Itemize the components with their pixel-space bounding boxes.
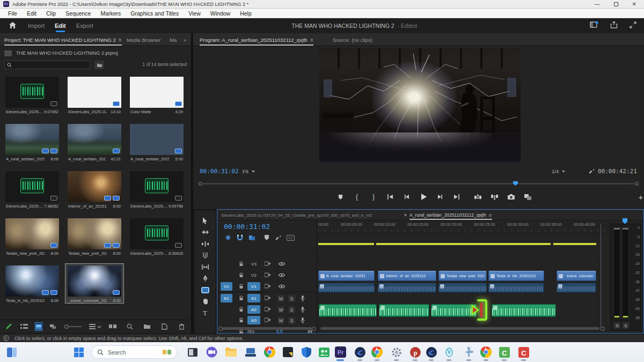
lock-icon[interactable] xyxy=(239,295,244,301)
project-item[interactable]: Teslas_new_york_202...8:00 xyxy=(3,217,61,256)
selection-tool[interactable] xyxy=(199,216,211,226)
toggle-track-output-eye-icon[interactable] xyxy=(279,284,285,289)
list-view-button[interactable] xyxy=(20,323,28,330)
track-target-a2[interactable]: A2 xyxy=(247,305,260,314)
icon-view-button[interactable] xyxy=(35,323,42,330)
menu-clip[interactable]: Clip xyxy=(41,10,61,17)
video-audio-divider[interactable] xyxy=(217,292,317,292)
project-item[interactable]: ElevenLabs_2025-...7:38052 xyxy=(3,169,61,209)
item-name[interactable]: Teslas_new_york_202... xyxy=(6,251,45,256)
sync-lock-icon[interactable] xyxy=(265,284,271,289)
audio-item-thumbnail[interactable] xyxy=(5,171,59,202)
taskbar-item-red-c-app[interactable]: C xyxy=(516,345,531,359)
toggle-track-output-eye-icon[interactable] xyxy=(279,273,285,277)
mic-icon[interactable] xyxy=(301,317,305,323)
lock-icon[interactable] xyxy=(239,307,244,312)
scrollbar-dot[interactable] xyxy=(601,327,605,331)
sync-lock-icon[interactable] xyxy=(265,295,271,300)
button-editor-plus[interactable]: + xyxy=(634,191,644,203)
source-patch-v1[interactable]: V1 xyxy=(221,282,232,291)
track-header-scrollbar[interactable] xyxy=(222,327,312,330)
new-bin-button[interactable] xyxy=(143,323,151,330)
track-header-v1[interactable]: V1V1 xyxy=(217,282,317,292)
search-in-bin-button[interactable] xyxy=(94,61,104,69)
item-name[interactable]: ElevenLabs_2025-... xyxy=(6,204,43,209)
delete-button[interactable] xyxy=(177,323,186,330)
timeline-clip-a1[interactable] xyxy=(557,283,596,293)
matte-item-thumbnail[interactable] xyxy=(130,77,184,108)
timeline-clip-a3[interactable] xyxy=(492,304,556,317)
taskbar-search-input[interactable]: Search xyxy=(91,345,177,359)
project-item[interactable]: A_rural_serbian_2025...8:00 xyxy=(3,122,61,161)
track-header-v3[interactable]: V3 xyxy=(217,259,317,269)
timeline-clip-v1[interactable]: Tesla_in_his_20251103 xyxy=(488,271,544,281)
lock-icon[interactable] xyxy=(239,317,244,323)
lock-icon[interactable] xyxy=(239,272,244,278)
writable-indicator-icon[interactable] xyxy=(5,323,13,330)
work-area-bar[interactable] xyxy=(318,243,374,245)
track-target-v3[interactable]: V3 xyxy=(247,260,260,268)
track-target-v2[interactable]: V2 xyxy=(247,271,260,279)
item-name[interactable]: A_rural_serbian_2025... xyxy=(130,157,169,161)
item-name[interactable]: ElevenLabs_2025-11-... xyxy=(68,109,107,114)
video-item-thumbnail[interactable] xyxy=(68,218,121,249)
taskbar-item-windows-security[interactable] xyxy=(299,345,313,359)
project-item[interactable]: A_rural_serbian_2025...5:00 xyxy=(128,122,186,161)
project-search-input[interactable] xyxy=(4,61,90,69)
audio-item-thumbnail[interactable] xyxy=(130,171,184,202)
video-item-thumbnail[interactable] xyxy=(68,124,121,155)
tab-import[interactable]: Import xyxy=(28,18,45,33)
thumbnail-zoom-slider[interactable] xyxy=(64,326,82,327)
timeline-clip-a1[interactable] xyxy=(488,283,544,293)
tab-timeline-background-sequence[interactable]: ElevenLabs_2025-11-03T20_04_25_Charlie_p… xyxy=(222,210,372,220)
play-button[interactable] xyxy=(417,191,430,203)
item-name[interactable]: Tesla_in_his_2025110... xyxy=(6,298,45,303)
scrollbar-dot[interactable] xyxy=(218,327,223,331)
sequence-end-marker[interactable] xyxy=(601,224,601,328)
panel-menu-icon[interactable]: ≡ xyxy=(489,212,492,218)
project-item[interactable]: ElevenLabs_2025-...8:30816 xyxy=(128,217,186,256)
track-select-forward-tool[interactable] xyxy=(199,227,211,238)
sync-lock-icon[interactable] xyxy=(265,272,271,277)
playback-resolution-dropdown[interactable]: 1/4 xyxy=(552,168,565,174)
timeline-clip-v1[interactable]: Interior_of_an_2025110 xyxy=(378,271,436,281)
lock-icon[interactable] xyxy=(239,284,244,289)
project-item[interactable]: A_rural_serbian_202...42:21 xyxy=(65,122,123,161)
program-scrubber[interactable] xyxy=(199,181,639,186)
taskbar-item-settings[interactable] xyxy=(389,345,404,359)
home-icon[interactable] xyxy=(9,21,17,29)
project-item[interactable]: Color Matte4;29 xyxy=(128,75,186,114)
taskbar-item-video-call-app[interactable] xyxy=(204,345,219,359)
automate-to-sequence-button[interactable] xyxy=(108,323,117,330)
work-area-bar[interactable] xyxy=(376,243,551,245)
slip-tool[interactable] xyxy=(199,262,211,272)
project-item[interactable]: Tesla_in_his_2025110...8:00 xyxy=(3,264,61,303)
solo-button[interactable]: S xyxy=(288,317,295,324)
taskbar-item-chrome-profile-2[interactable] xyxy=(370,345,384,359)
mute-button[interactable]: M xyxy=(277,317,284,324)
razor-tool[interactable] xyxy=(199,250,211,261)
sync-lock-icon[interactable] xyxy=(265,307,271,312)
tab-edit[interactable]: Edit xyxy=(55,18,66,33)
program-playhead[interactable] xyxy=(513,181,518,186)
project-item[interactable]: Teslas_new_york_202...8:00 xyxy=(65,217,123,256)
tab-source-monitor[interactable]: Source: (no clips) xyxy=(333,33,372,46)
mic-icon[interactable] xyxy=(301,307,305,313)
taskbar-item-window-app[interactable] xyxy=(185,345,200,359)
tab-project[interactable]: Project: THE MAN WHO HACKED LIGHTNING 2≡ xyxy=(4,33,122,46)
tab-overflow-chevrons[interactable]: » xyxy=(184,33,186,46)
timeline-clip-v1[interactable]: A_rural_serbian_20251 xyxy=(318,271,375,281)
taskbar-item-chrome-profile-1[interactable] xyxy=(262,345,277,359)
export-frame-button[interactable] xyxy=(504,191,517,203)
freeform-view-button[interactable] xyxy=(49,323,57,330)
timeline-clip-v1[interactable]: Teslas_new_york_2025 xyxy=(438,271,487,281)
timeline-horizontal-scrollbar[interactable] xyxy=(320,327,599,330)
ripple-edit-tool[interactable] xyxy=(199,239,211,249)
taskbar-item-people-app[interactable] xyxy=(317,345,331,359)
tab-timeline-active-sequence[interactable]: × A_rural_serbian_202511032112_qxjth ≡ xyxy=(404,210,492,220)
track-header-v2[interactable]: V2 xyxy=(217,270,317,280)
sync-lock-icon[interactable] xyxy=(265,261,271,266)
work-area-bar[interactable] xyxy=(553,243,596,245)
scrub-start-handle[interactable] xyxy=(199,182,202,186)
item-name[interactable]: A_rural_serbian_2025... xyxy=(6,157,45,161)
